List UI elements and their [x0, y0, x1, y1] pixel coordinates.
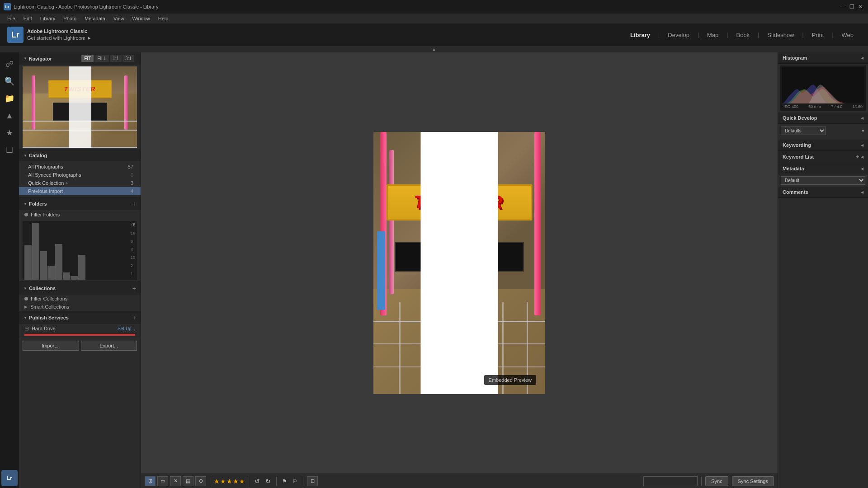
nav-fit-btn[interactable]: FIT — [81, 55, 94, 62]
nav-develop[interactable]: Develop — [660, 30, 697, 40]
hard-drive-publish-item[interactable]: ⊟ Hard Drive Set Up... — [19, 324, 141, 333]
keyword-list-plus[interactable]: + — [856, 154, 859, 160]
window-title: Lightroom Catalog - Adobe Photoshop Ligh… — [14, 4, 158, 9]
chart-bar-7 — [71, 276, 78, 280]
view-people-button[interactable]: ⊙ — [195, 476, 206, 486]
crop-overlay-button[interactable]: ⊡ — [307, 476, 318, 486]
metadata-header[interactable]: Metadata ◀ — [778, 163, 868, 174]
collections-title: ▼ Collections — [24, 286, 56, 291]
sidebar-icon-star[interactable]: ★ — [1, 125, 18, 141]
top-panel-toggle[interactable]: ▲ — [0, 46, 868, 52]
import-button[interactable]: Import... — [23, 341, 79, 351]
view-compare-button[interactable]: ✕ — [170, 476, 181, 486]
sync-button[interactable]: Sync — [705, 476, 728, 486]
sidebar-icon-publish[interactable]: ▲ — [1, 108, 18, 124]
nav-print[interactable]: Print — [805, 30, 831, 40]
star-2[interactable]: ★ — [220, 478, 226, 485]
left-panel: ▼ Navigator FIT FILL 1:1 3:1 — [19, 52, 141, 488]
brand-subtitle[interactable]: Get started with Lightroom ► — [27, 35, 92, 42]
window-controls[interactable]: — ❐ ✕ — [839, 3, 864, 10]
folders-filter-row[interactable]: Filter Folders — [19, 210, 141, 219]
all-photographs-count: 57 — [128, 164, 133, 169]
setup-button[interactable]: Set Up... — [118, 326, 135, 331]
nav-slideshow[interactable]: Slideshow — [760, 30, 801, 40]
sync-settings-button[interactable]: Sync Settings — [732, 476, 774, 486]
smart-collections-expand[interactable]: ▶ — [24, 305, 28, 309]
close-button[interactable]: ✕ — [857, 3, 864, 10]
collections-header[interactable]: ▼ Collections + — [19, 282, 141, 295]
quick-develop-header[interactable]: Quick Develop ◀ — [778, 113, 868, 124]
sidebar-icon-navigator[interactable]: ☍ — [1, 56, 18, 72]
catalog-all-photographs[interactable]: All Photographs 57 — [19, 163, 141, 171]
folders-header[interactable]: ▼ Folders + — [19, 197, 141, 210]
rotate-cw-button[interactable]: ↻ — [264, 477, 273, 486]
sidebar-icon-plug[interactable]: ☐ — [1, 142, 18, 158]
smart-collections-label: Smart Collections — [30, 304, 69, 310]
chart-bar-4 — [47, 266, 55, 280]
folder-chart: ▼ 10 16 8 4 10 2 — [23, 221, 137, 280]
nav-3to1-btn[interactable]: 3:1 — [123, 55, 134, 62]
comments-title: Comments — [783, 189, 808, 195]
smart-collections-item[interactable]: ▶ Smart Collections — [19, 303, 141, 311]
flag-button[interactable]: ⚑ — [280, 477, 289, 485]
catalog-header[interactable]: ▼ Catalog — [19, 150, 141, 161]
sidebar-icon-search[interactable]: 🔍 — [1, 73, 18, 89]
menu-photo[interactable]: Photo — [60, 15, 80, 22]
qd-preset-select[interactable]: Defaults — [781, 127, 826, 135]
view-grid-button[interactable]: ⊞ — [145, 476, 156, 486]
filter-dot — [24, 213, 28, 216]
filter-collections-item[interactable]: Filter Collections — [19, 295, 141, 303]
catalog-items: All Photographs 57 All Synced Photograph… — [19, 161, 141, 197]
menu-view[interactable]: View — [110, 15, 128, 22]
navigator-triangle: ▼ — [24, 56, 27, 61]
maximize-button[interactable]: ❐ — [848, 3, 855, 10]
toolbar-separator-2 — [249, 477, 249, 486]
quick-collection-count: 3 — [131, 180, 133, 186]
chart-bar-3 — [40, 251, 47, 280]
menu-edit[interactable]: Edit — [20, 15, 36, 22]
reject-button[interactable]: ⚐ — [291, 477, 299, 485]
rotate-ccw-button[interactable]: ↺ — [253, 477, 262, 486]
menu-library[interactable]: Library — [37, 15, 59, 22]
star-5[interactable]: ★ — [239, 478, 245, 485]
nav-fill-btn[interactable]: FILL — [94, 55, 109, 62]
nav-map[interactable]: Map — [700, 30, 726, 40]
folders-add-button[interactable]: + — [132, 200, 136, 207]
star-3[interactable]: ★ — [226, 478, 232, 485]
catalog-all-synced[interactable]: All Synced Photographs 0 — [19, 171, 141, 179]
menu-window[interactable]: Window — [129, 15, 154, 22]
view-survey-button[interactable]: ▤ — [183, 476, 193, 486]
histogram-header[interactable]: Histogram ◀ — [778, 52, 868, 64]
menu-file[interactable]: File — [4, 15, 19, 22]
qd-expand-icon[interactable]: ▼ — [861, 128, 865, 133]
chart-bar-5 — [55, 244, 62, 280]
catalog-previous-import[interactable]: Previous Import 4 — [19, 187, 141, 195]
menu-help[interactable]: Help — [155, 15, 172, 22]
toolbar-left: ⊞ ▭ ✕ ▤ ⊙ ★ ★ ★ ★ ★ ↺ ↻ ⚑ ⚐ — [145, 476, 318, 486]
comments-header[interactable]: Comments ◀ — [778, 187, 868, 198]
nav-web[interactable]: Web — [835, 30, 861, 40]
nav-book[interactable]: Book — [729, 30, 757, 40]
navigator-section: ▼ Navigator FIT FILL 1:1 3:1 — [19, 52, 141, 150]
collections-add-button[interactable]: + — [132, 285, 136, 292]
nav-1to1-btn[interactable]: 1:1 — [110, 55, 122, 62]
catalog-quick-collection[interactable]: Quick Collection + 3 — [19, 179, 141, 187]
view-loupe-button[interactable]: ▭ — [157, 476, 168, 486]
embedded-preview-badge: Embedded Preview — [484, 375, 536, 385]
sidebar-icon-collections[interactable]: 📁 — [1, 90, 18, 107]
sidebar-icon-lr[interactable]: Lr — [1, 470, 18, 486]
histogram-container: ISO 400 50 mm 7 / 4.0 1/160 Original Pho… — [780, 66, 866, 111]
histogram-svg — [782, 67, 864, 103]
star-1[interactable]: ★ — [214, 478, 220, 485]
menu-metadata[interactable]: Metadata — [81, 15, 109, 22]
navigator-header[interactable]: ▼ Navigator FIT FILL 1:1 3:1 — [19, 52, 141, 65]
star-4[interactable]: ★ — [233, 478, 239, 485]
keyword-list-header[interactable]: Keyword List + ◀ — [778, 151, 868, 163]
nav-library[interactable]: Library — [623, 30, 657, 40]
publish-services-add-button[interactable]: + — [132, 314, 136, 321]
export-button[interactable]: Export... — [81, 341, 137, 351]
publish-services-header[interactable]: ▼ Publish Services + — [19, 311, 141, 324]
keywording-header[interactable]: Keywording ◀ — [778, 140, 868, 151]
minimize-button[interactable]: — — [839, 3, 846, 10]
metadata-preset-select[interactable]: Default — [781, 176, 865, 185]
